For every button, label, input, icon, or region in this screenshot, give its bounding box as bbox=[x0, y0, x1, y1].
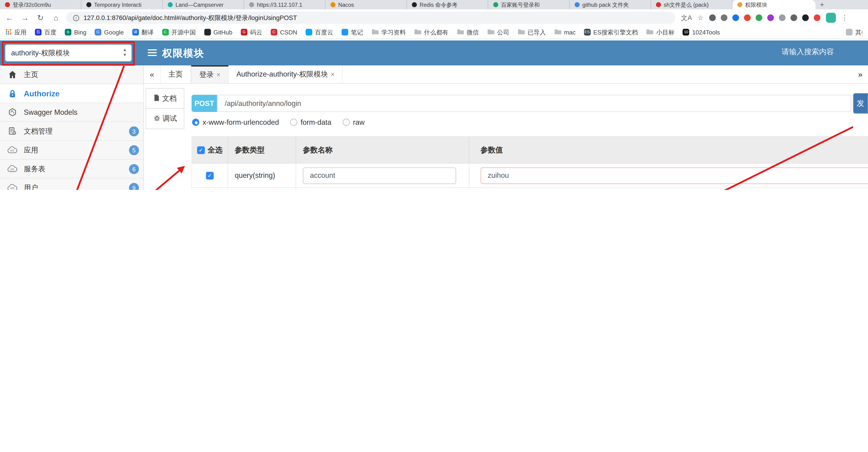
sidebar-item-文档管理[interactable]: 文档管理3 bbox=[0, 122, 144, 141]
browser-tab[interactable]: Redis 命令参考 bbox=[407, 0, 488, 9]
browser-tab[interactable]: Temporary Interacti bbox=[81, 0, 163, 9]
doc-tab-登录[interactable]: 登录× bbox=[191, 65, 229, 83]
sidebar-item-应用[interactable]: API应用5 bbox=[0, 141, 144, 160]
bookmark-item[interactable]: mac bbox=[554, 29, 576, 36]
sidebar-item-主页[interactable]: 主页 bbox=[0, 65, 144, 84]
translate-icon[interactable]: 文A bbox=[681, 13, 692, 22]
home-icon[interactable]: ⌂ bbox=[51, 13, 61, 22]
bookmark-item[interactable]: 微信 bbox=[457, 28, 479, 36]
bookmark-item[interactable]: 已导入 bbox=[518, 28, 546, 36]
browser-tab[interactable]: 百家账号登录和 bbox=[488, 0, 569, 9]
sidebar-item-Authorize[interactable]: Authorize bbox=[0, 84, 144, 103]
extension-icon[interactable] bbox=[732, 15, 739, 21]
method-badge: POST bbox=[191, 95, 217, 112]
bookmark-item[interactable]: GGoogle bbox=[95, 29, 124, 36]
bookmark-star-icon[interactable]: ☆ bbox=[698, 14, 704, 22]
extension-icon[interactable] bbox=[744, 15, 751, 21]
param-value-cell bbox=[469, 188, 868, 190]
browser-menu-icon[interactable]: ⋮ bbox=[841, 14, 848, 22]
main-area: « 主页登录×Authorize-authority-权限模块× » 文档 调试… bbox=[144, 65, 868, 190]
browser-tab[interactable]: sh文件是么 (pack) bbox=[651, 0, 733, 9]
page-info-icon[interactable]: i bbox=[73, 15, 79, 21]
extension-icon[interactable] bbox=[721, 15, 727, 21]
module-select[interactable]: authority-权限模块 ▲▼ bbox=[5, 45, 131, 62]
extension-icon[interactable] bbox=[814, 15, 820, 21]
param-value-input[interactable] bbox=[480, 167, 868, 183]
expand-tabs-icon[interactable]: » bbox=[852, 65, 868, 83]
profile-avatar[interactable] bbox=[826, 13, 836, 23]
tab-favicon bbox=[168, 2, 173, 7]
extension-icon[interactable] bbox=[767, 15, 774, 21]
body-type-option[interactable]: form-data bbox=[290, 118, 332, 126]
param-row: ✓query(string) bbox=[192, 164, 868, 188]
extension-icon[interactable] bbox=[709, 15, 716, 21]
bookmark-label: 百度 bbox=[44, 28, 57, 36]
doc-tab-Authorize-authority-权限模块[interactable]: Authorize-authority-权限模块× bbox=[229, 65, 343, 83]
address-bar[interactable]: i 127.0.0.1:8760/api/gate/doc.html#/auth… bbox=[66, 12, 676, 24]
other-bookmarks-folder[interactable]: 其他书签 bbox=[846, 28, 862, 36]
bookmark-item[interactable]: GitHub bbox=[204, 29, 232, 36]
forward-icon[interactable]: → bbox=[20, 13, 30, 22]
bookmark-item[interactable]: 什么都有 bbox=[414, 28, 448, 36]
browser-tab[interactable]: Nacos bbox=[326, 0, 407, 9]
site-favicon bbox=[341, 29, 348, 36]
bookmark-item[interactable]: G码云 bbox=[241, 28, 262, 36]
tab-document[interactable]: 文档 bbox=[146, 88, 184, 109]
body-type-option[interactable]: x-www-form-urlencoded bbox=[192, 118, 279, 126]
extension-icon[interactable] bbox=[802, 15, 809, 21]
param-name-input[interactable] bbox=[303, 167, 456, 183]
bookmark-item[interactable]: 百百度 bbox=[35, 28, 57, 36]
extension-icon[interactable] bbox=[790, 15, 797, 21]
select-all-checkbox[interactable]: ✓ bbox=[197, 146, 205, 153]
bookmark-item[interactable]: CCSDN bbox=[271, 29, 297, 36]
new-tab-button[interactable]: + bbox=[815, 0, 829, 9]
browser-tab[interactable]: 权限模块 bbox=[733, 0, 815, 9]
bookmark-item[interactable]: 小目标 bbox=[646, 28, 674, 36]
close-tab-icon[interactable]: × bbox=[216, 71, 220, 79]
browser-tab[interactable]: 登录/32c0cm9u bbox=[0, 0, 81, 9]
reload-icon[interactable]: ↻ bbox=[35, 13, 45, 22]
bookmark-item[interactable]: 学习资料 bbox=[371, 28, 406, 36]
sidebar-item-label: 服务表 bbox=[24, 164, 45, 174]
doc-tab-label: 主页 bbox=[168, 69, 183, 79]
bookmark-item[interactable]: 百度云 bbox=[305, 28, 333, 36]
bookmark-label: 笔记 bbox=[351, 28, 363, 36]
send-button[interactable]: 发 bbox=[853, 93, 868, 114]
doc-tab-主页[interactable]: 主页 bbox=[161, 65, 191, 83]
sidebar-item-服务表[interactable]: API服务表6 bbox=[0, 160, 144, 178]
bookmark-item[interactable]: 101024Tools bbox=[683, 29, 720, 36]
api-path-input[interactable] bbox=[217, 95, 851, 112]
radio-icon[interactable] bbox=[342, 119, 350, 126]
browser-tab[interactable]: github pack 文件夹 bbox=[569, 0, 651, 9]
search-input[interactable] bbox=[781, 47, 847, 56]
bookmark-item[interactable]: bBing bbox=[65, 29, 87, 36]
tab-debug[interactable]: 调试 bbox=[146, 108, 184, 129]
browser-tab[interactable]: Land—Campserver bbox=[163, 0, 244, 9]
back-icon[interactable]: ← bbox=[4, 13, 14, 22]
sidebar-item-Swagger Models[interactable]: Swagger Models bbox=[0, 103, 144, 122]
tab-title: Redis 命令参考 bbox=[420, 1, 458, 9]
bookmark-item[interactable]: ESES搜索引擎文档 bbox=[584, 28, 638, 36]
extensions-area bbox=[709, 15, 820, 21]
doc-tab-bar: « 主页登录×Authorize-authority-权限模块× » bbox=[144, 65, 868, 84]
bookmark-item[interactable]: 译翻译 bbox=[132, 28, 154, 36]
browser-tab[interactable]: https://3.112.107.1 bbox=[244, 0, 326, 9]
sidebar-item-用户[interactable]: API用户9 bbox=[0, 178, 144, 190]
radio-icon[interactable] bbox=[290, 119, 297, 126]
bookmark-item[interactable]: 应用 bbox=[6, 28, 27, 36]
tab-favicon bbox=[5, 2, 10, 7]
collapse-tabs-icon[interactable]: « bbox=[144, 65, 160, 83]
radio-icon[interactable] bbox=[192, 119, 199, 126]
close-tab-icon[interactable]: × bbox=[331, 70, 335, 78]
body-type-option[interactable]: raw bbox=[342, 118, 365, 126]
bookmark-item[interactable]: C开源中国 bbox=[162, 28, 196, 36]
bookmark-item[interactable]: 笔记 bbox=[341, 28, 363, 36]
param-checkbox[interactable]: ✓ bbox=[206, 172, 214, 179]
extension-icon[interactable] bbox=[755, 15, 762, 21]
cloud-icon: API bbox=[7, 184, 18, 190]
bookmark-item[interactable]: 公司 bbox=[487, 28, 509, 36]
bookmark-label: 公司 bbox=[497, 28, 509, 36]
extension-icon[interactable] bbox=[779, 15, 785, 21]
folder-icon bbox=[646, 29, 653, 36]
menu-toggle-icon[interactable] bbox=[148, 49, 157, 58]
